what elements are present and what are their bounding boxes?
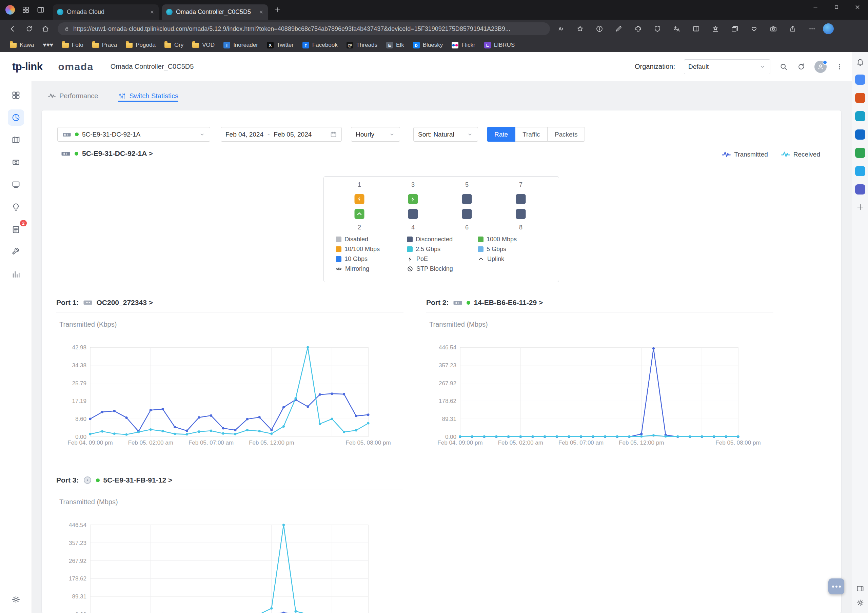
tab-switch-statistics[interactable]: Switch Statistics [118, 81, 178, 110]
browser-tab[interactable]: Omada Cloud [53, 5, 159, 20]
read-aloud-icon[interactable] [557, 25, 565, 33]
microsoft-365-icon[interactable] [855, 93, 865, 103]
device-selector[interactable]: 5C-E9-31-DC-92-1A [57, 127, 210, 142]
mode-rate-button[interactable]: Rate [487, 127, 515, 142]
sidebar-settings-icon[interactable] [856, 599, 864, 607]
organization-selector[interactable]: Default [684, 59, 770, 74]
browser-profile-avatar[interactable] [823, 23, 834, 34]
port-7-icon[interactable] [516, 194, 526, 204]
port-3-icon[interactable] [408, 194, 418, 204]
sidebar-panel-icon[interactable] [856, 585, 864, 593]
port-device-link[interactable]: 5C-E9-31-FB-91-12 > [104, 476, 173, 484]
port-label: Port 3: [56, 476, 79, 484]
bookmark-item[interactable]: Pogoda [122, 40, 160, 50]
bookmark-label: Foto [72, 42, 84, 48]
home-icon[interactable] [41, 25, 50, 33]
tab-close-icon[interactable] [150, 9, 155, 15]
status-dot [467, 301, 470, 305]
maximize-button[interactable] [826, 0, 847, 14]
bookmark-item[interactable]: Flickr [448, 40, 479, 50]
favorites-icon[interactable] [711, 25, 719, 33]
insight-bulb-icon [11, 202, 21, 212]
port-6-icon[interactable] [462, 209, 472, 219]
onedrive-icon[interactable] [855, 166, 865, 176]
browser-tab[interactable]: Omada Controller_C0C5D5 [162, 5, 268, 20]
bookmark-item[interactable]: fFacebook [299, 40, 341, 50]
port-5-icon[interactable] [462, 194, 472, 204]
port-2-header: Port 2: 14-EB-B6-E6-11-29 > [426, 297, 773, 308]
port-2-icon[interactable] [355, 209, 364, 219]
workspaces-icon[interactable] [22, 6, 30, 14]
interval-selector[interactable]: Hourly [351, 127, 400, 142]
new-tab-button[interactable] [274, 6, 281, 14]
bookmark-item[interactable]: EElk [383, 40, 408, 50]
bookmark-item[interactable]: Foto [58, 40, 87, 50]
tab-performance[interactable]: Performance [48, 81, 98, 110]
chat-support-button[interactable] [828, 579, 844, 594]
mode-packets-button[interactable]: Packets [547, 127, 585, 142]
minimize-button[interactable] [805, 0, 826, 14]
bookmark-item[interactable]: LLIBRUS [480, 40, 518, 50]
collections-icon[interactable] [731, 25, 739, 33]
browser-profile-icon[interactable] [5, 5, 15, 15]
back-icon[interactable] [8, 25, 17, 33]
date-range-picker[interactable]: Feb 04, 2024 - Feb 05, 2024 [221, 127, 342, 142]
sidebar-item-tools[interactable] [8, 244, 24, 260]
mode-traffic-button[interactable]: Traffic [515, 127, 547, 142]
account-avatar[interactable] [814, 60, 827, 73]
sidebar-info-icon[interactable] [595, 25, 603, 33]
tab-actions-icon[interactable] [37, 6, 45, 14]
port-device-link[interactable]: 14-EB-B6-E6-11-29 > [474, 299, 543, 306]
sidebar-item-insight[interactable] [8, 199, 24, 215]
copilot-icon[interactable] [855, 74, 865, 85]
bookmark-item[interactable]: Gry [161, 40, 187, 50]
planner-icon[interactable] [855, 148, 865, 158]
bookmark-item[interactable]: VOD [189, 40, 219, 50]
more-menu-icon[interactable] [835, 63, 843, 71]
translate-icon[interactable] [673, 25, 681, 33]
share-icon[interactable] [789, 25, 797, 33]
bookmark-item[interactable]: bBluesky [409, 40, 447, 50]
edit-icon[interactable] [615, 25, 623, 33]
sidebar-item-dashboard[interactable] [8, 87, 24, 103]
sidebar-item-settings[interactable] [8, 591, 24, 608]
url-text[interactable]: https://euw1-omada-cloud.tplinkcloud.com… [73, 25, 544, 33]
workspaces-icon[interactable] [855, 184, 865, 195]
smartscreen-shield-icon[interactable] [653, 25, 662, 33]
port-8-icon[interactable] [516, 209, 526, 219]
bookmark-item[interactable]: Praca [88, 40, 121, 50]
sort-selector[interactable]: Sort: Natural [413, 127, 478, 142]
breadcrumb-device-link[interactable]: 5C-E9-31-DC-92-1A > [61, 149, 153, 159]
address-bar[interactable]: https://euw1-omada-cloud.tplinkcloud.com… [57, 22, 550, 35]
sidebar-item-map[interactable] [8, 132, 24, 148]
port-4-icon[interactable] [408, 209, 418, 219]
search-icon[interactable] [779, 62, 788, 71]
split-screen-icon[interactable] [692, 25, 700, 33]
designer-icon[interactable] [855, 111, 865, 121]
bookmark-item[interactable]: IInoreader [220, 40, 262, 50]
extensions-icon[interactable] [634, 25, 642, 33]
web-capture-icon[interactable] [769, 25, 778, 33]
bookmark-item[interactable]: Kawa [6, 40, 38, 50]
browser-essentials-icon[interactable] [750, 25, 758, 33]
sidebar-item-statistics[interactable] [8, 110, 24, 126]
add-apps-icon[interactable] [856, 203, 865, 211]
sidebar-item-reports[interactable] [8, 266, 24, 282]
outlook-icon[interactable] [855, 130, 865, 139]
notifications-icon[interactable] [856, 57, 865, 67]
bookmark-item[interactable]: ♥♥♥ [39, 40, 57, 50]
port-device-link[interactable]: OC200_272343 > [97, 299, 153, 306]
bookmark-item[interactable]: @Threads [343, 40, 381, 50]
port-1-icon[interactable] [355, 194, 364, 204]
close-window-button[interactable] [847, 0, 868, 14]
tab-close-icon[interactable] [259, 9, 264, 15]
sidebar-item-log[interactable]: 2 [8, 221, 24, 238]
bookmark-item[interactable]: XTwitter [263, 40, 298, 50]
more-options-icon[interactable] [808, 25, 816, 33]
add-favorite-icon[interactable] [576, 25, 584, 33]
sidebar-item-clients[interactable] [8, 176, 24, 193]
sidebar-item-devices[interactable] [8, 154, 24, 170]
bluesky-favicon: b [413, 42, 420, 48]
reload-icon[interactable] [25, 25, 33, 33]
refresh-icon[interactable] [797, 62, 806, 71]
